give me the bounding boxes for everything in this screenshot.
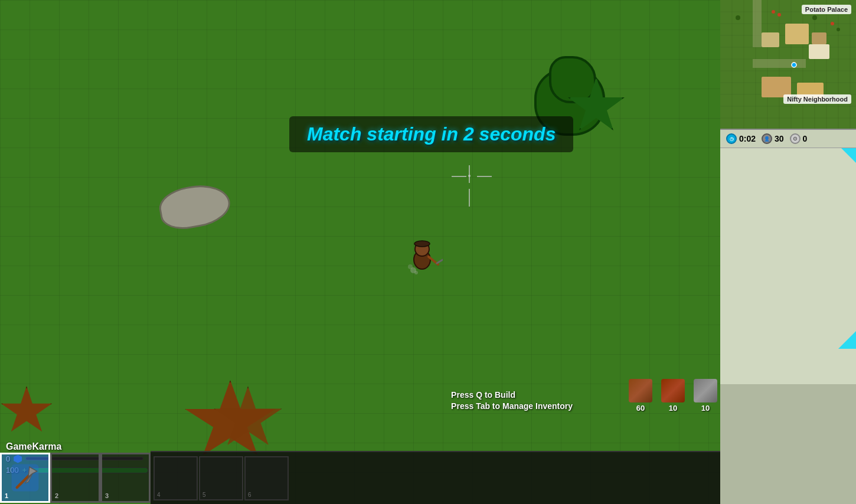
player-count-stat: 👤 30 (762, 133, 784, 144)
crosshair-h-right (477, 176, 492, 177)
wood-icon (629, 379, 652, 402)
svg-point-7 (414, 271, 418, 274)
inv-slot-4-num: 4 (157, 492, 161, 498)
target-count-value: 0 (803, 134, 808, 143)
tri-decor-2 (838, 331, 856, 349)
wood-count: 60 (636, 404, 645, 413)
inv-slot-5-num: 5 (202, 492, 206, 498)
crosshair-v-top (469, 165, 470, 183)
countdown-text: Match starting in 2 seconds (307, 123, 556, 145)
bush-brown-2 (183, 380, 277, 463)
svg-point-6 (408, 264, 413, 269)
resource-counts-panel: 60 10 10 (629, 379, 717, 413)
stone-icon (694, 379, 717, 402)
stone-count: 10 (701, 404, 710, 413)
crosshair-v-bot (469, 189, 470, 207)
inv-slot-5[interactable]: 5 (199, 456, 243, 500)
right-panel: Potato Palace Nifty Neighborhood ◷ 0:02 … (720, 0, 856, 504)
svg-rect-32 (753, 0, 762, 47)
timer-value: 0:02 (739, 134, 756, 143)
countdown-overlay: Match starting in 2 seconds (289, 116, 573, 152)
build-hint: Press Q to Build (451, 390, 573, 400)
slot-1-number: 1 (5, 492, 8, 499)
brick-count: 10 (669, 404, 677, 413)
svg-line-4 (437, 260, 443, 263)
crosshair-dot (468, 175, 471, 177)
game-canvas: Match starting in 2 seconds GameKarma (0, 0, 720, 504)
crosshair-h-left (452, 176, 466, 177)
svg-rect-47 (809, 44, 829, 59)
svg-rect-33 (753, 59, 806, 68)
svg-point-39 (736, 15, 740, 20)
hotbar-slot-3[interactable]: 3 (100, 453, 151, 503)
svg-rect-35 (785, 24, 809, 44)
player-count-icon: 👤 (762, 133, 772, 144)
timer-icon: ◷ (726, 133, 737, 144)
pickaxe-icon (9, 462, 41, 494)
hotbar-inventory: 4 5 6 (151, 451, 720, 504)
minimap-location-2: Nifty Neighborhood (783, 94, 851, 104)
brick-resource: 10 (661, 379, 685, 413)
inventory-hint-text: Press Tab to Manage Inventory (451, 401, 573, 411)
stats-bar: ◷ 0:02 👤 30 ⊙ 0 (720, 130, 856, 148)
target-count-stat: ⊙ 0 (790, 133, 808, 144)
tri-decor-1 (841, 148, 856, 163)
timer-stat: ◷ 0:02 (726, 133, 756, 144)
hotbar-panel: 1 2 3 4 5 6 (0, 451, 720, 504)
player-count-value: 30 (775, 134, 784, 143)
minimap-location-1: Potato Palace (802, 5, 851, 14)
target-icon: ⊙ (790, 133, 801, 144)
inv-slot-4[interactable]: 4 (153, 456, 198, 500)
svg-point-44 (831, 22, 834, 25)
inventory-hint-panel: Press Q to Build Press Tab to Manage Inv… (451, 390, 573, 413)
svg-point-42 (812, 15, 817, 20)
inv-slot-6[interactable]: 6 (244, 456, 289, 500)
hotbar-slot-1[interactable]: 1 (0, 453, 50, 503)
bush-green-spike (549, 56, 596, 103)
minimap: Potato Palace Nifty Neighborhood (720, 0, 856, 130)
slot-3-number: 3 (105, 492, 109, 499)
svg-rect-36 (812, 32, 826, 44)
svg-point-2 (414, 241, 430, 247)
player-character (401, 236, 437, 271)
svg-rect-34 (762, 32, 779, 47)
stone-resource: 10 (694, 379, 717, 413)
brick-icon (661, 379, 685, 402)
hotbar-slot-2[interactable]: 2 (50, 453, 100, 503)
svg-point-46 (792, 63, 796, 67)
minimap-svg (720, 0, 856, 130)
slot-2-number: 2 (55, 492, 58, 499)
rock-object (156, 180, 233, 233)
svg-point-40 (772, 10, 775, 14)
bush-brown-1 (0, 386, 53, 436)
panel-lower (720, 148, 856, 384)
inv-slot-6-num: 6 (248, 492, 251, 498)
svg-point-41 (777, 13, 781, 17)
svg-point-45 (837, 28, 840, 31)
wood-resource: 60 (629, 379, 652, 413)
